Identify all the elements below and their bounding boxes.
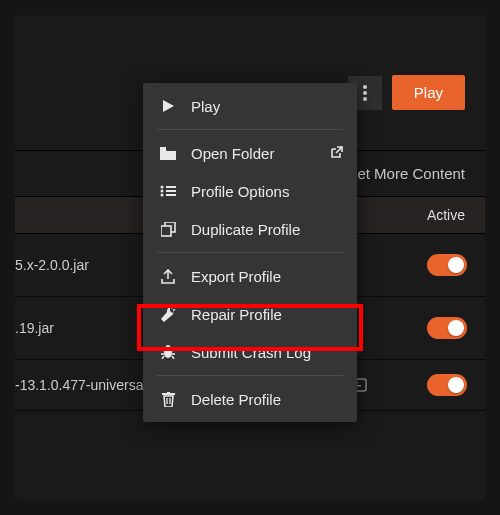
profile-card: Play Get More Content Active 5.x-2.0.0.j… (15, 15, 485, 500)
col-active-header: Active (427, 207, 465, 223)
menu-item-play[interactable]: Play (143, 87, 357, 125)
menu-item-repair-profile[interactable]: Repair Profile (143, 295, 357, 333)
bug-icon (159, 343, 177, 361)
menu-item-label: Export Profile (191, 268, 281, 285)
menu-separator (157, 375, 343, 376)
trash-icon (159, 390, 177, 408)
export-icon (159, 267, 177, 285)
svg-point-8 (161, 186, 164, 189)
svg-rect-7 (160, 147, 166, 150)
menu-item-label: Delete Profile (191, 391, 281, 408)
menu-item-open-folder[interactable]: Open Folder (143, 134, 357, 172)
svg-point-17 (166, 345, 171, 350)
svg-marker-6 (163, 100, 174, 112)
menu-item-export-profile[interactable]: Export Profile (143, 257, 357, 295)
wrench-icon (159, 305, 177, 323)
menu-item-label: Open Folder (191, 145, 274, 162)
kebab-icon (363, 85, 367, 101)
menu-item-label: Duplicate Profile (191, 221, 300, 238)
menu-item-duplicate-profile[interactable]: Duplicate Profile (143, 210, 357, 248)
menu-item-label: Play (191, 98, 220, 115)
svg-rect-11 (166, 190, 176, 192)
menu-item-label: Profile Options (191, 183, 289, 200)
menu-item-label: Submit Crash Log (191, 344, 311, 361)
menu-item-profile-options[interactable]: Profile Options (143, 172, 357, 210)
svg-rect-9 (166, 186, 176, 188)
svg-point-2 (363, 97, 367, 101)
list-icon (159, 182, 177, 200)
menu-item-submit-crash-log[interactable]: Submit Crash Log (143, 333, 357, 371)
svg-rect-15 (161, 226, 171, 236)
active-toggle[interactable] (427, 254, 467, 276)
svg-point-12 (161, 194, 164, 197)
menu-item-label: Repair Profile (191, 306, 282, 323)
external-link-icon (329, 146, 343, 160)
active-toggle[interactable] (427, 374, 467, 396)
folder-icon (159, 144, 177, 162)
svg-point-10 (161, 190, 164, 193)
profile-context-menu: Play Open Folder (143, 83, 357, 422)
svg-point-0 (363, 85, 367, 89)
svg-point-1 (363, 91, 367, 95)
play-icon (159, 97, 177, 115)
svg-rect-19 (167, 392, 170, 394)
tab-get-more-content[interactable]: Get More Content (346, 165, 465, 182)
menu-item-delete-profile[interactable]: Delete Profile (143, 380, 357, 418)
play-button[interactable]: Play (392, 75, 465, 110)
menu-separator (157, 252, 343, 253)
active-toggle[interactable] (427, 317, 467, 339)
menu-separator (157, 129, 343, 130)
duplicate-icon (159, 220, 177, 238)
svg-rect-13 (166, 194, 176, 196)
